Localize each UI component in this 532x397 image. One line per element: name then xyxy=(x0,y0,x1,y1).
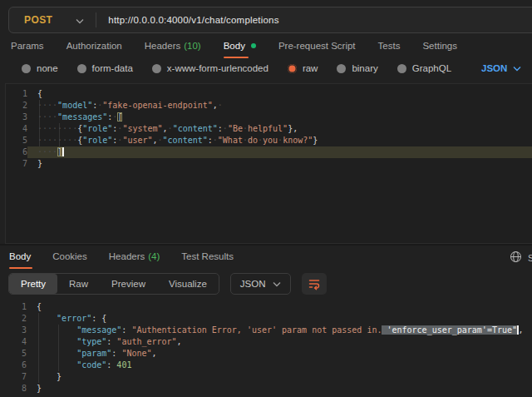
response-body-editor[interactable]: 1{2 "error": {3 "message": "Authenticati… xyxy=(5,298,532,397)
body-mode-options: noneform-datax-www-form-urlencodedrawbin… xyxy=(22,63,451,73)
tab-params[interactable]: Params xyxy=(11,41,44,58)
tab-body[interactable]: Body xyxy=(9,251,31,269)
tab-label: Test Results xyxy=(181,251,234,261)
code-line-2: 2····"model":·"fake-openai-endpoint",· xyxy=(6,100,532,112)
tab-tests[interactable]: Tests xyxy=(378,41,401,58)
line-content: ········{"role":·"user",·"content":·"Wha… xyxy=(27,135,532,146)
tab-pre-request-script[interactable]: Pre-request Script xyxy=(278,41,356,58)
tab-headers[interactable]: Headers(4) xyxy=(109,251,160,269)
radio-icon xyxy=(288,64,297,73)
response-language-select[interactable]: JSON xyxy=(230,273,292,295)
code-line-4: 4 "type": "auth_error", xyxy=(5,336,532,348)
url-bar: POST http://0.0.0.0:4000/v1/chat/complet… xyxy=(8,7,532,33)
text-caret xyxy=(62,147,64,156)
line-number: 4 xyxy=(6,123,27,135)
url-input[interactable]: http://0.0.0.0:4000/v1/chat/completions xyxy=(96,15,278,25)
line-number: 7 xyxy=(5,371,27,383)
response-tabs: BodyCookiesHeaders(4)Test Results xyxy=(9,247,234,269)
code-line-7: 7 } xyxy=(5,371,532,383)
tab-label: Headers xyxy=(109,251,145,261)
tab-authorization[interactable]: Authorization xyxy=(66,41,122,58)
line-content: ····"model":·"fake-openai-endpoint",· xyxy=(27,100,532,112)
line-content: ········{"role":·"system",·"content":·"B… xyxy=(27,123,532,135)
response-view-bar: PrettyRawPreviewVisualize JSON xyxy=(8,273,327,295)
panel-divider xyxy=(0,244,532,246)
body-mode-none[interactable]: none xyxy=(22,63,58,73)
body-mode-raw[interactable]: raw xyxy=(288,63,318,73)
line-number: 1 xyxy=(6,88,27,100)
globe-icon[interactable] xyxy=(510,251,522,263)
request-language-label: JSON xyxy=(481,63,507,73)
radio-icon xyxy=(22,64,31,73)
request-tabs: ParamsAuthorizationHeaders(10)BodyPre-re… xyxy=(11,37,457,58)
view-mode-visualize[interactable]: Visualize xyxy=(157,274,219,294)
tab-label: Headers xyxy=(145,41,180,51)
radio-label: raw xyxy=(303,63,318,73)
line-number: 3 xyxy=(5,325,27,336)
radio-icon xyxy=(397,64,406,73)
line-number: 7 xyxy=(6,158,27,170)
request-body-editor[interactable]: 1{2····"model":·"fake-openai-endpoint",·… xyxy=(5,83,532,244)
line-number: 2 xyxy=(5,313,27,325)
line-content: "code": 401 xyxy=(27,360,532,371)
word-wrap-button[interactable] xyxy=(302,273,327,295)
code-line-1: 1{ xyxy=(6,88,532,100)
request-language-select[interactable]: JSON xyxy=(481,63,521,73)
code-line-8: 8} xyxy=(5,383,532,395)
code-line-1: 1{ xyxy=(5,301,532,313)
view-mode-raw[interactable]: Raw xyxy=(57,274,100,294)
line-content: ····] xyxy=(27,146,532,158)
line-content: } xyxy=(27,371,532,383)
tab-test-results[interactable]: Test Results xyxy=(181,251,234,269)
line-number: 5 xyxy=(6,135,27,146)
word-wrap-icon xyxy=(308,277,321,290)
method-select[interactable]: POST xyxy=(9,14,52,26)
tab-cookies[interactable]: Cookies xyxy=(52,251,87,269)
chevron-down-icon xyxy=(273,281,281,287)
line-number: 6 xyxy=(5,360,27,371)
line-content: } xyxy=(27,383,532,395)
tab-label: Pre-request Script xyxy=(278,41,356,51)
response-meta xyxy=(510,251,522,263)
radio-label: GraphQL xyxy=(412,63,451,73)
view-mode-pretty[interactable]: Pretty xyxy=(9,274,57,294)
view-mode-preview[interactable]: Preview xyxy=(100,274,157,294)
line-content: { xyxy=(27,88,532,100)
tab-label: Body xyxy=(9,251,31,261)
tab-settings[interactable]: Settings xyxy=(422,41,457,58)
code-line-5: 5 "param": "None", xyxy=(5,348,532,360)
code-line-4: 4········{"role":·"system",·"content":·"… xyxy=(6,123,532,135)
line-content: { xyxy=(27,301,532,313)
line-number: 6 xyxy=(6,146,27,158)
line-content: ····"messages":·[ xyxy=(27,112,532,123)
body-mode-graphql[interactable]: GraphQL xyxy=(397,63,451,73)
code-line-3: 3 "message": "Authentication Error, 'use… xyxy=(5,325,532,336)
status-label-clipped: S xyxy=(528,253,532,263)
radio-label: binary xyxy=(352,63,377,73)
unsaved-dot-indicator xyxy=(251,43,256,48)
tab-label: Authorization xyxy=(66,41,122,51)
body-mode-x-www-form-urlencoded[interactable]: x-www-form-urlencoded xyxy=(152,63,268,73)
tab-label: Cookies xyxy=(52,251,87,261)
line-content: "message": "Authentication Error, 'user'… xyxy=(27,325,532,336)
chevron-down-icon xyxy=(513,66,521,72)
tab-label: Body xyxy=(224,41,245,51)
line-number: 2 xyxy=(6,100,27,112)
code-line-6: 6····] xyxy=(6,146,532,158)
tab-headers[interactable]: Headers(10) xyxy=(145,41,201,58)
response-language-label: JSON xyxy=(240,279,266,289)
radio-icon xyxy=(152,64,161,73)
body-mode-bar: noneform-datax-www-form-urlencodedrawbin… xyxy=(22,63,521,73)
radio-icon xyxy=(77,64,86,73)
line-number: 5 xyxy=(5,348,27,360)
tab-label: Settings xyxy=(422,41,457,51)
body-mode-binary[interactable]: binary xyxy=(337,63,377,73)
body-mode-form-data[interactable]: form-data xyxy=(77,63,133,73)
line-content: "param": "None", xyxy=(27,348,532,360)
tab-count-badge: (10) xyxy=(184,41,200,51)
view-mode-group: PrettyRawPreviewVisualize xyxy=(8,273,219,295)
radio-label: x-www-form-urlencoded xyxy=(167,63,268,73)
line-number: 1 xyxy=(5,301,27,313)
tab-body[interactable]: Body xyxy=(224,41,256,58)
tab-count-badge: (4) xyxy=(148,251,160,261)
